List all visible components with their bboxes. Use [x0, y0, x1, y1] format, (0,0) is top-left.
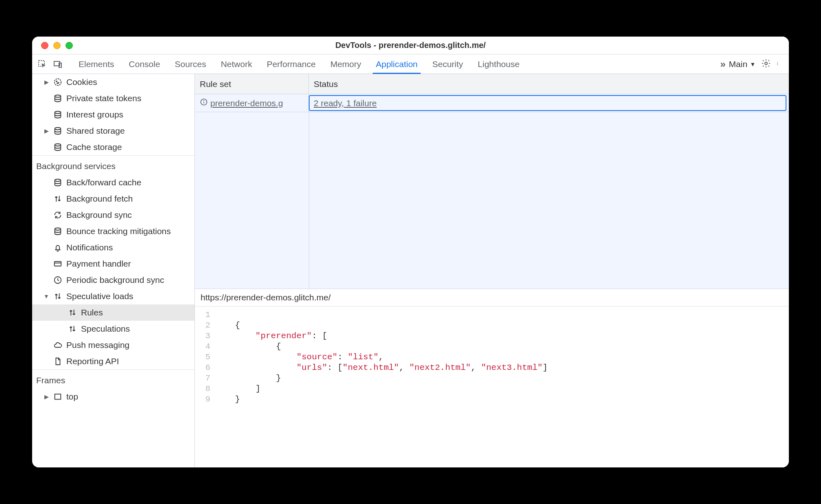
more-tabs-icon[interactable]: »	[720, 59, 723, 70]
sidebar-item-label: Periodic background sync	[66, 275, 164, 285]
zoom-button[interactable]	[66, 42, 73, 49]
tab-performance[interactable]: Performance	[260, 54, 323, 74]
cookie-icon	[53, 78, 62, 87]
sidebar: ▶CookiesPrivate state tokensInterest gro…	[32, 74, 195, 467]
svg-point-14	[55, 144, 61, 146]
db-icon	[53, 126, 62, 135]
frame-selector-label: Main	[729, 59, 748, 69]
updown-icon	[68, 308, 77, 317]
tab-elements[interactable]: Elements	[71, 54, 122, 74]
sidebar-item-label: Cache storage	[66, 142, 122, 152]
column-header-status[interactable]: Status	[309, 74, 789, 94]
clock-icon	[53, 276, 62, 285]
settings-icon[interactable]	[761, 59, 771, 70]
sidebar-item-label: Interest groups	[66, 110, 123, 119]
inspect-icon[interactable]	[36, 58, 48, 70]
kebab-menu-icon[interactable]	[777, 59, 781, 70]
device-toggle-icon[interactable]	[52, 58, 64, 70]
svg-point-13	[55, 128, 61, 130]
tab-network[interactable]: Network	[214, 54, 260, 74]
sidebar-section-frames: Frames	[32, 369, 194, 389]
sidebar-item-label: Notifications	[66, 243, 113, 252]
svg-point-12	[55, 111, 61, 114]
sync-icon	[53, 211, 62, 219]
sidebar-item-label: Background fetch	[66, 194, 133, 204]
sidebar-item-back-forward-cache[interactable]: Back/forward cache	[32, 174, 194, 191]
table-row[interactable]: prerender-demos.g 2 ready, 1 failure	[195, 94, 789, 112]
cell-status[interactable]: 2 ready, 1 failure	[309, 95, 786, 111]
sidebar-item-cookies[interactable]: ▶Cookies	[32, 74, 194, 90]
svg-point-5	[777, 63, 778, 64]
sidebar-item-label: Rules	[81, 308, 103, 317]
sidebar-item-rules[interactable]: Rules	[32, 304, 194, 321]
cloud-icon	[53, 341, 62, 350]
table-header: Rule set Status	[195, 74, 789, 94]
svg-point-10	[57, 83, 58, 84]
sidebar-item-periodic-background-sync[interactable]: Periodic background sync	[32, 272, 194, 288]
updown-icon	[68, 324, 77, 333]
db-icon	[53, 110, 62, 119]
tab-console[interactable]: Console	[122, 54, 168, 74]
svg-point-8	[56, 81, 57, 82]
sidebar-item-top[interactable]: ▶top	[32, 389, 194, 405]
ruleset-link[interactable]: prerender-demos.g	[210, 98, 283, 108]
column-header-ruleset[interactable]: Rule set	[195, 74, 309, 94]
tab-memory[interactable]: Memory	[323, 54, 369, 74]
sidebar-item-speculative-loads[interactable]: ▼Speculative loads	[32, 288, 194, 304]
db-icon	[53, 178, 62, 187]
minimize-button[interactable]	[53, 42, 61, 49]
doc-icon	[53, 357, 62, 366]
sidebar-item-notifications[interactable]: Notifications	[32, 239, 194, 256]
tabbar-right: » Main ▼	[720, 59, 785, 70]
sidebar-item-shared-storage[interactable]: ▶Shared storage	[32, 123, 194, 139]
sidebar-item-private-state-tokens[interactable]: Private state tokens	[32, 90, 194, 106]
close-button[interactable]	[41, 42, 48, 49]
sidebar-item-background-sync[interactable]: Background sync	[32, 207, 194, 223]
svg-point-15	[55, 179, 61, 182]
svg-point-9	[58, 83, 59, 83]
sidebar-item-interest-groups[interactable]: Interest groups	[32, 106, 194, 123]
sidebar-item-background-fetch[interactable]: Background fetch	[32, 191, 194, 207]
chevron-right-icon: ▶	[44, 79, 49, 85]
sidebar-item-payment-handler[interactable]: Payment handler	[32, 256, 194, 272]
traffic-lights	[32, 42, 73, 49]
tab-sources[interactable]: Sources	[168, 54, 214, 74]
sidebar-item-label: Speculative loads	[66, 291, 133, 301]
tab-application[interactable]: Application	[369, 54, 425, 74]
sidebar-item-push-messaging[interactable]: Push messaging	[32, 337, 194, 353]
db-icon	[53, 143, 62, 152]
chevron-right-icon: ▶	[44, 128, 49, 134]
bell-icon	[53, 243, 62, 252]
updown-icon	[53, 194, 62, 203]
ruleset-table: Rule set Status prerender-demos.g 2 read…	[195, 74, 789, 289]
tab-lighthouse[interactable]: Lighthouse	[470, 54, 527, 74]
sidebar-item-label: Payment handler	[66, 259, 131, 269]
table-body-empty	[195, 112, 789, 289]
sidebar-item-bounce-tracking-mitigations[interactable]: Bounce tracking mitigations	[32, 223, 194, 239]
status-link[interactable]: 2 ready, 1 failure	[314, 98, 377, 108]
db-icon	[53, 94, 62, 103]
tab-security[interactable]: Security	[425, 54, 470, 74]
sidebar-item-cache-storage[interactable]: Cache storage	[32, 139, 194, 155]
svg-point-4	[777, 62, 778, 63]
card-icon	[53, 259, 62, 268]
sidebar-item-label: Speculations	[81, 324, 130, 334]
sidebar-item-label: Bounce tracking mitigations	[66, 226, 171, 236]
code-body: { "prerender": [ { "source": "list", "ur…	[214, 308, 789, 467]
svg-point-16	[55, 228, 61, 230]
window-title: DevTools - prerender-demos.glitch.me/	[32, 41, 789, 50]
info-icon	[200, 98, 208, 108]
frame-selector[interactable]: Main ▼	[729, 59, 755, 69]
sidebar-item-label: Private state tokens	[66, 93, 141, 103]
code-pane[interactable]: 1 2 3 4 5 6 7 8 9 { "prerender": [ { "so…	[195, 306, 789, 467]
sidebar-item-label: Cookies	[66, 77, 97, 87]
sidebar-item-reporting-api[interactable]: Reporting API	[32, 353, 194, 369]
sidebar-item-speculations[interactable]: Speculations	[32, 321, 194, 337]
sidebar-section-background-services: Background services	[32, 155, 194, 174]
svg-point-6	[777, 64, 778, 65]
svg-rect-17	[55, 262, 61, 266]
titlebar: DevTools - prerender-demos.glitch.me/	[32, 37, 789, 54]
svg-point-3	[765, 62, 767, 65]
sidebar-item-label: Shared storage	[66, 126, 125, 136]
devtools-window: DevTools - prerender-demos.glitch.me/ El…	[32, 37, 789, 467]
